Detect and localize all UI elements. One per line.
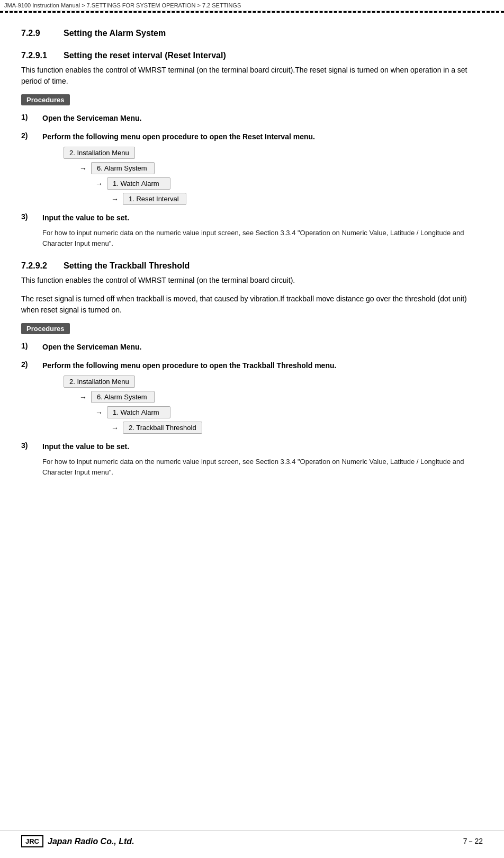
menu-flow-2: 2. Installation Menu → 6. Alarm System →… bbox=[64, 376, 483, 434]
proc2-step3-text: Input the value to be set. bbox=[42, 441, 129, 452]
arrow-2-3: → bbox=[111, 424, 119, 432]
menu-row-2-1: 2. Installation Menu bbox=[64, 376, 483, 388]
subsection1-number: 7.2.9.1 bbox=[21, 51, 64, 60]
subsection2-intro2: The reset signal is turned off when trac… bbox=[21, 293, 483, 316]
subsection2-header: 7.2.9.2 Setting the Trackball Threshold bbox=[21, 261, 483, 271]
proc2-step3: 3) Input the value to be set. For how to… bbox=[21, 441, 483, 477]
proc1-step3-body: For how to input numeric data on the num… bbox=[42, 228, 483, 248]
menu-btn-1-4: 1. Reset Interval bbox=[123, 193, 186, 205]
page-number: 7－22 bbox=[463, 837, 483, 846]
subsection2-intro1: This function enables the control of WMR… bbox=[21, 275, 483, 286]
subsection-7-2-9-1: 7.2.9.1 Setting the reset interval (Rese… bbox=[21, 51, 483, 248]
proc1-step1-num: 1) bbox=[21, 113, 42, 121]
menu-btn-2-1: 2. Installation Menu bbox=[64, 376, 135, 388]
menu-row-2-2: → 6. Alarm System bbox=[79, 391, 483, 403]
section-number: 7.2.9 bbox=[21, 29, 64, 38]
proc2-step1-text: Open the Serviceman Menu. bbox=[42, 342, 142, 353]
menu-flow-1: 2. Installation Menu → 6. Alarm System →… bbox=[64, 147, 483, 205]
subsection-7-2-9-2: 7.2.9.2 Setting the Trackball Threshold … bbox=[21, 261, 483, 477]
subsection1-intro: This function enables the control of WMR… bbox=[21, 65, 483, 87]
proc1-step3: 3) Input the value to be set. For how to… bbox=[21, 212, 483, 248]
proc1-step3-text: Input the value to be set. bbox=[42, 212, 129, 224]
menu-row-2-4: → 2. Trackball Threshold bbox=[111, 422, 483, 434]
proc1-step2-num: 2) bbox=[21, 131, 42, 140]
menu-row-2-3: → 1. Watch Alarm bbox=[95, 406, 483, 418]
proc1-step3-header: 3) Input the value to be set. bbox=[21, 212, 483, 224]
proc1-step2-header: 2) Perform the following menu open proce… bbox=[21, 131, 483, 142]
proc2-step2-num: 2) bbox=[21, 360, 42, 369]
proc2-step1: 1) Open the Serviceman Menu. bbox=[21, 342, 483, 353]
arrow-2-2: → bbox=[95, 408, 103, 417]
arrow-2-1: → bbox=[79, 393, 87, 401]
proc2-step1-header: 1) Open the Serviceman Menu. bbox=[21, 342, 483, 353]
breadcrumb: JMA-9100 Instruction Manual > 7.SETTINGS… bbox=[0, 0, 504, 11]
proc1-step2-text: Perform the following menu open procedur… bbox=[42, 131, 315, 142]
company-name: Japan Radio Co., Ltd. bbox=[48, 837, 134, 846]
subsection2-title: Setting the Trackball Threshold bbox=[64, 261, 190, 271]
menu-btn-2-3: 1. Watch Alarm bbox=[107, 406, 170, 418]
main-content: 7.2.9 Setting the Alarm System 7.2.9.1 S… bbox=[0, 18, 504, 501]
menu-row-1-2: → 6. Alarm System bbox=[79, 162, 483, 174]
menu-btn-2-2: 6. Alarm System bbox=[91, 391, 155, 403]
menu-btn-1-2: 6. Alarm System bbox=[91, 162, 155, 174]
proc2-step2-text: Perform the following menu open procedur… bbox=[42, 360, 336, 371]
procedures-label-2: Procedures bbox=[21, 323, 70, 334]
arrow-1-2: → bbox=[95, 180, 103, 188]
subsection1-header: 7.2.9.1 Setting the reset interval (Rese… bbox=[21, 51, 483, 60]
subsection2-number: 7.2.9.2 bbox=[21, 261, 64, 271]
subsection1-title: Setting the reset interval (Reset Interv… bbox=[64, 51, 226, 60]
proc1-step3-num: 3) bbox=[21, 212, 42, 221]
procedures-badge-2: Procedures bbox=[21, 323, 483, 342]
proc2-step3-body: For how to input numeric data on the num… bbox=[42, 457, 483, 477]
menu-btn-1-3: 1. Watch Alarm bbox=[107, 177, 170, 190]
proc2-step2: 2) Perform the following menu open proce… bbox=[21, 360, 483, 434]
section-header: 7.2.9 Setting the Alarm System bbox=[21, 29, 483, 38]
proc1-step1: 1) Open the Serviceman Menu. bbox=[21, 113, 483, 124]
menu-btn-2-4: 2. Trackball Threshold bbox=[123, 422, 202, 434]
menu-btn-1-1: 2. Installation Menu bbox=[64, 147, 135, 159]
menu-row-1-3: → 1. Watch Alarm bbox=[95, 177, 483, 190]
proc1-step1-text: Open the Serviceman Menu. bbox=[42, 113, 142, 124]
menu-row-1-4: → 1. Reset Interval bbox=[111, 193, 483, 205]
procedures-badge-1: Procedures bbox=[21, 94, 483, 113]
procedures-label-1: Procedures bbox=[21, 94, 70, 105]
arrow-1-1: → bbox=[79, 164, 87, 173]
proc1-step2: 2) Perform the following menu open proce… bbox=[21, 131, 483, 205]
jrc-label: JRC bbox=[21, 835, 43, 847]
proc2-step3-num: 3) bbox=[21, 441, 42, 450]
proc2-step1-num: 1) bbox=[21, 342, 42, 350]
footer-logo: JRC Japan Radio Co., Ltd. bbox=[21, 835, 134, 847]
arrow-1-3: → bbox=[111, 195, 119, 203]
dashed-divider bbox=[0, 11, 504, 13]
section-7-2-9: 7.2.9 Setting the Alarm System bbox=[21, 29, 483, 38]
menu-row-1-1: 2. Installation Menu bbox=[64, 147, 483, 159]
proc2-step3-header: 3) Input the value to be set. bbox=[21, 441, 483, 452]
proc2-step2-header: 2) Perform the following menu open proce… bbox=[21, 360, 483, 371]
proc1-step1-header: 1) Open the Serviceman Menu. bbox=[21, 113, 483, 124]
footer: JRC Japan Radio Co., Ltd. 7－22 bbox=[0, 830, 504, 847]
section-title: Setting the Alarm System bbox=[64, 29, 166, 38]
